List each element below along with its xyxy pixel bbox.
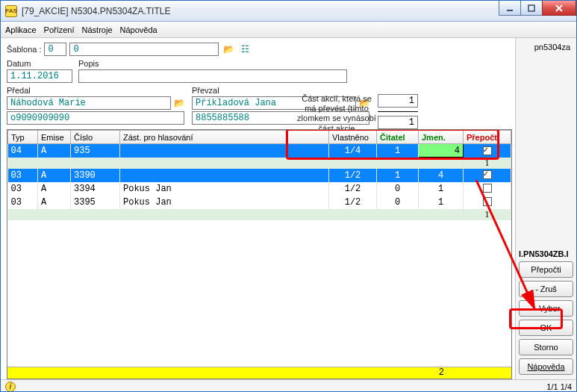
menu-aplikace[interactable]: Aplikace — [5, 25, 37, 34]
zrus-button[interactable]: - Zruš — [519, 281, 573, 297]
predal-num-field[interactable] — [7, 111, 184, 125]
checkbox-icon[interactable] — [483, 146, 492, 155]
storno-button[interactable]: Storno — [519, 339, 573, 355]
fraction-numerator[interactable] — [378, 94, 418, 108]
popis-label: Popis — [78, 59, 512, 68]
status-right: 1/1 1/4 — [546, 382, 572, 391]
app-icon: FAS — [5, 5, 17, 17]
checkbox-icon[interactable] — [483, 170, 492, 179]
table-row[interactable]: 1 — [8, 158, 511, 169]
side-code: pn5304za — [519, 43, 573, 52]
predal-label: Předal — [7, 86, 186, 95]
popis-field[interactable] — [78, 69, 347, 83]
list-icon[interactable]: ☷ — [238, 43, 252, 56]
th-zast[interactable]: Zást. pro hlasování — [120, 131, 329, 144]
vyber-button[interactable]: + Vyber — [519, 300, 573, 317]
napoveda-button[interactable]: Nápověda — [519, 358, 573, 375]
info-icon[interactable]: i — [5, 382, 16, 392]
statusbar: i 1/1 1/4 — [1, 379, 576, 392]
datum-field[interactable] — [7, 69, 72, 83]
menu-napoveda[interactable]: Nápověda — [120, 25, 157, 34]
menubar: Aplikace Pořízení Nástroje Nápověda — [1, 22, 576, 38]
th-vlastneno[interactable]: Vlastněno — [329, 131, 377, 144]
th-prepocti[interactable]: Přepočti — [464, 131, 511, 144]
sablona-field-1[interactable] — [44, 43, 66, 56]
checkbox-icon[interactable] — [483, 197, 492, 206]
th-jmen[interactable]: Jmen. — [419, 131, 464, 144]
menu-nastroje[interactable]: Nástroje — [82, 25, 113, 34]
table-row[interactable]: 03A3394Pokus Jan1/201 — [8, 182, 511, 196]
sablona-field-2[interactable] — [69, 43, 219, 56]
ok-button[interactable]: OK — [519, 320, 573, 336]
titlebar: FAS [79_AKCIE] N5304.PN5304ZA.TITLE — [1, 1, 576, 22]
table-row[interactable]: 03A33901/214 — [8, 169, 511, 182]
predal-name-field[interactable] — [7, 96, 171, 110]
th-citatel[interactable]: Čitatel — [377, 131, 419, 144]
minimize-button[interactable] — [499, 1, 521, 16]
folder-icon[interactable]: 📂 — [172, 96, 186, 110]
shares-table[interactable]: Typ Emise Číslo Zást. pro hlasování Vlas… — [7, 129, 512, 379]
maximize-button[interactable] — [520, 1, 543, 16]
th-emise[interactable]: Emise — [38, 131, 71, 144]
datum-label: Datum — [7, 59, 72, 68]
prepocti-button[interactable]: Přepočti — [519, 261, 573, 278]
table-row[interactable]: 04A9351/414 — [8, 144, 511, 158]
open-folder-icon[interactable]: 📂 — [222, 43, 235, 56]
sidebar: pn5304za I.PN5304ZB.I Přepočti - Zruš + … — [515, 38, 576, 379]
fraction-denominator[interactable] — [378, 116, 418, 129]
close-button[interactable] — [542, 1, 576, 16]
window-title: [79_AKCIE] N5304.PN5304ZA.TITLE — [22, 6, 170, 16]
side-subcode: I.PN5304ZB.I — [519, 249, 573, 258]
table-row[interactable]: 03A3395Pokus Jan1/201 — [8, 196, 511, 209]
table-row[interactable]: 1 — [8, 209, 511, 220]
table-footer-count: 2 — [7, 367, 511, 379]
svg-rect-1 — [528, 5, 534, 11]
menu-porizeni[interactable]: Pořízení — [44, 25, 75, 34]
th-typ[interactable]: Typ — [8, 131, 38, 144]
th-cislo[interactable]: Číslo — [71, 131, 120, 144]
checkbox-icon[interactable] — [483, 184, 492, 193]
sablona-label: Šablona : — [7, 45, 41, 54]
